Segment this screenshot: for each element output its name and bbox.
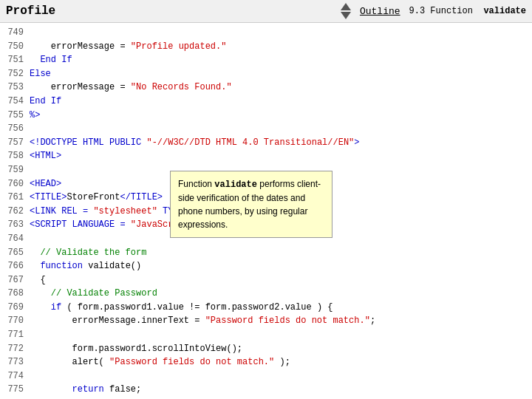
function-section-label: 9.3 Function [409, 6, 473, 16]
table-row: 749 [3, 26, 532, 40]
header: Profile Outline 9.3 Function validate [0, 0, 532, 23]
main-area: 749 750 errorMessage = "Profile updated.… [0, 23, 532, 399]
table-row: 750 errorMessage = "Profile updated." [3, 40, 532, 54]
table-row: 758 <HTML> [3, 149, 532, 163]
outline-button[interactable] [341, 3, 351, 19]
tooltip-func-name: validate [214, 180, 257, 190]
table-row: 769 if ( form.password1.value != form.pa… [3, 301, 532, 315]
table-row: 767 { [3, 273, 532, 287]
table-row: 765 // Validate the form [3, 246, 532, 260]
outline-label[interactable]: Outline [360, 6, 400, 17]
table-row: 773 alert( "Password fields do not match… [3, 355, 532, 369]
table-row: 772 form.password1.scrollIntoView(); [3, 342, 532, 356]
outline-arrows-icon [341, 3, 351, 19]
table-row: 753 errorMessage = "No Records Found." [3, 81, 532, 95]
tooltip-popup: Function validate performs client-side v… [170, 171, 332, 238]
function-name: validate [483, 6, 526, 16]
table-row: 754 End If [3, 95, 532, 109]
arrow-down-icon [341, 12, 351, 19]
table-row: 755 %> [3, 109, 532, 123]
table-row: 768 // Validate Password [3, 287, 532, 301]
tooltip-prefix: Function [178, 179, 214, 189]
arrow-up-icon [341, 3, 351, 10]
table-row: 751 End If [3, 53, 532, 67]
outline-section: Outline 9.3 Function validate [341, 3, 526, 19]
function-info: 9.3 Function validate [409, 6, 526, 16]
page-title: Profile [6, 4, 55, 18]
table-row: 756 [3, 122, 532, 136]
table-row: 752 Else [3, 67, 532, 81]
table-row: 774 [3, 369, 532, 383]
table-row: 775 return false; [3, 383, 532, 397]
table-row: 766 function validate() [3, 259, 532, 273]
table-row: 771 [3, 328, 532, 342]
table-row: 770 errorMessage.innerText = "Password f… [3, 314, 532, 328]
table-row: 757 <!DOCTYPE HTML PUBLIC "-//W3C//DTD H… [3, 136, 532, 150]
code-area[interactable]: 749 750 errorMessage = "Profile updated.… [0, 23, 532, 399]
